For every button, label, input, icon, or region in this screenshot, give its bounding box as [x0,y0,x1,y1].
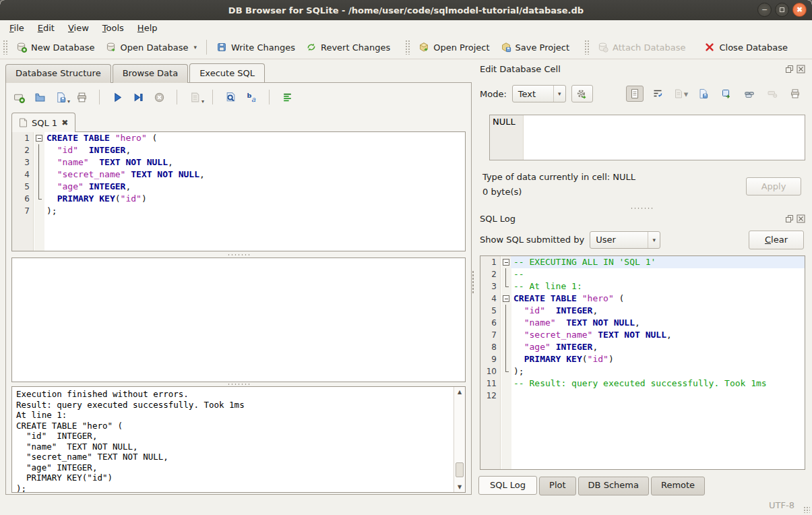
print-button[interactable] [74,90,89,104]
write-changes-button[interactable]: Write Changes [211,39,301,55]
line-number: 1 [480,256,501,268]
word-wrap-button[interactable] [649,86,666,102]
results-splitter[interactable] [11,382,466,386]
execute-current-line-button[interactable] [131,90,146,104]
dock-tab-db-schema[interactable]: DB Schema [578,477,649,495]
code-line: 6 PRIMARY KEY("id") [12,193,465,205]
menu-tools[interactable]: Tools [96,22,131,34]
word-wrap-icon [652,88,663,99]
tab-database-structure[interactable]: Database Structure [5,64,111,83]
execution-log-panel[interactable]: Execution finished without errors.Result… [11,386,466,493]
apply-button[interactable]: Apply [746,177,801,195]
replace-button[interactable]: ba [244,90,259,104]
log-filter-select[interactable]: User ▾ [590,231,660,249]
line-number: 1 [12,132,34,144]
menu-help[interactable]: Help [131,22,164,34]
line-number: 4 [12,169,34,181]
save-cell-data-button[interactable] [695,86,712,102]
save-sql-dropdown-icon[interactable]: ▾ [67,98,70,104]
mode-select-value: Text [518,89,536,99]
save-project-icon [501,42,511,53]
scrollbar-thumb[interactable] [456,462,464,477]
results-scrollbar[interactable]: ▲ ▼ [454,387,465,492]
copy-link-button[interactable] [741,86,758,102]
open-sql-file-button[interactable] [32,90,47,104]
format-sql-button[interactable] [280,90,294,104]
app-window: DB Browser for SQLite - /home/user/code/… [0,0,812,515]
code-line: 1-- EXECUTING ALL IN 'SQL 1' [480,256,805,268]
toolbar-grip[interactable] [584,40,590,55]
maximize-button[interactable] [775,3,789,17]
set-null-button[interactable] [763,86,781,102]
open-project-button[interactable]: Open Project [413,39,495,55]
titlebar[interactable]: DB Browser for SQLite - /home/user/code/… [0,0,812,20]
tab-browse-data[interactable]: Browse Data [113,64,189,83]
line-number: 6 [480,317,501,329]
dock-splitter[interactable] [471,262,475,302]
resize-grip[interactable] [803,506,810,513]
fold-marker [34,193,44,205]
sql-doc-tab[interactable]: SQL 1 ✖ [11,113,75,132]
scroll-down-icon[interactable]: ▼ [454,482,465,492]
sql-log-view[interactable]: 1-- EXECUTING ALL IN 'SQL 1'2--3-- At li… [480,255,805,470]
code-text: "id" INTEGER, [511,305,805,317]
float-dock-icon[interactable] [785,214,794,223]
execute-all-button[interactable] [110,90,125,104]
editor-toolbar-separator [212,90,213,104]
editor-splitter[interactable] [11,252,466,257]
close-database-button[interactable]: Close Database [699,39,793,55]
minimize-button[interactable]: − [757,3,772,17]
dock-tab-remote[interactable]: Remote [651,477,705,495]
code-text: "age" INTEGER, [511,341,805,353]
open-database-dropdown-icon[interactable]: ▾ [193,44,197,51]
mode-select[interactable]: Text ▾ [512,85,566,102]
save-results-dropdown-icon[interactable]: ▾ [201,98,204,104]
revert-changes-button[interactable]: Revert Changes [301,39,396,55]
code-text: "name" TEXT NOT NULL, [511,317,805,329]
fold-marker [34,156,44,169]
auto-switch-mode-button[interactable] [571,85,593,102]
save-sql-file-button[interactable]: ▾ [53,90,68,104]
close-dock-icon[interactable] [797,65,805,73]
maximize-icon [780,7,784,12]
menu-file[interactable]: File [3,22,31,34]
open-database-button[interactable]: Open Database ▾ [100,39,202,55]
scroll-up-icon[interactable]: ▲ [454,387,465,397]
save-project-button[interactable]: Save Project [495,39,575,55]
close-dock-icon[interactable] [797,214,805,223]
code-line: 9 PRIMARY KEY("id") [480,353,805,365]
line-number: 12 [480,390,501,402]
dock-tab-sql-log[interactable]: SQL Log [478,476,537,495]
dock-section-splitter[interactable] [476,206,807,210]
fold-marker[interactable] [34,132,44,144]
export-cell-data-button[interactable] [718,86,735,102]
attach-database-button[interactable]: Attach Database [592,39,691,55]
new-database-button[interactable]: New Database [11,39,100,55]
cell-value-editor[interactable]: NULL [489,115,805,160]
window-title: DB Browser for SQLite - /home/user/code/… [228,5,584,16]
toolbar-grip[interactable] [405,40,410,55]
close-sql-tab-icon[interactable]: ✖ [61,118,68,127]
stop-execution-button[interactable] [152,90,166,104]
tab-execute-sql[interactable]: Execute SQL [189,63,265,82]
main-toolbar: New Database Open Database ▾ Write Chang… [0,36,812,59]
menu-edit[interactable]: Edit [31,22,61,34]
print-cell-button[interactable] [786,86,804,102]
encoding-indicator[interactable]: UTF-8 [769,500,794,510]
import-cell-data-button[interactable]: ▾ [672,86,689,102]
new-sql-tab-button[interactable] [11,90,26,104]
dock-tab-plot[interactable]: Plot [539,477,576,495]
save-results-button[interactable]: ▾ [187,90,202,104]
menu-view[interactable]: View [61,22,96,34]
float-dock-icon[interactable] [785,65,794,73]
toolbar-grip[interactable] [3,40,8,55]
code-line: 4 "secret_name" TEXT NOT NULL, [12,169,465,181]
sql-editor[interactable]: 1CREATE TABLE "hero" (2 "id" INTEGER,3 "… [11,131,466,251]
fold-marker[interactable] [501,256,511,268]
fold-marker[interactable] [501,293,511,305]
find-button[interactable] [223,90,238,104]
clear-log-button[interactable]: Clear [749,231,804,249]
cell-text-mode-button[interactable] [626,86,644,102]
code-line: 12 [480,390,805,402]
close-button[interactable]: ✖ [792,3,807,17]
